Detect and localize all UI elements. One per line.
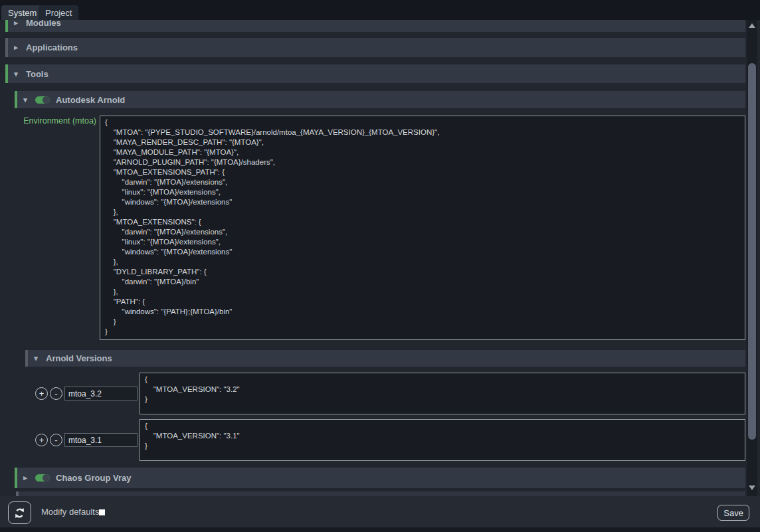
refresh-icon	[14, 507, 25, 519]
expand-arrow-icon: ▾	[32, 354, 40, 363]
environment-json-textarea[interactable]: { "MTOA": "{PYPE_STUDIO_SOFTWARE}/arnold…	[100, 116, 745, 340]
settings-window: System Project ▸ Modules ▸ Applications …	[0, 0, 760, 532]
expand-arrow-icon: ▾	[21, 96, 29, 104]
settings-scroll-area: ▸ Modules ▸ Applications ▾ Tools ▾ Autod…	[0, 20, 760, 496]
scrollbar-down-arrow-icon[interactable]	[749, 486, 755, 490]
collapse-arrow-icon: ▸	[12, 43, 20, 52]
section-header-applications[interactable]: ▸ Applications	[5, 38, 745, 57]
scrollbar-up-arrow-icon[interactable]	[749, 23, 755, 28]
section-title: Applications	[26, 43, 78, 52]
section-title: Chaos Group Vray	[56, 473, 131, 483]
toggle-knob	[43, 96, 50, 104]
remove-version-button[interactable]: -	[50, 434, 62, 446]
section-header-autodesk-arnold[interactable]: ▾ Autodesk Arnold	[15, 91, 745, 108]
add-version-button[interactable]: +	[35, 434, 48, 446]
version-row: + - { "MTOA_VERSION": "3.2" }	[25, 373, 745, 414]
collapse-arrow-icon: ▸	[12, 20, 20, 27]
tab-project[interactable]: Project	[39, 5, 78, 20]
settings-content: ▸ Modules ▸ Applications ▾ Tools ▾ Autod…	[5, 20, 745, 496]
version-key-input[interactable]	[64, 387, 138, 400]
version-json-textarea[interactable]: { "MTOA_VERSION": "3.2" }	[140, 373, 745, 414]
enabled-toggle[interactable]	[35, 474, 50, 482]
section-header-modules[interactable]: ▸ Modules	[5, 20, 745, 32]
version-json-textarea[interactable]: { "MTOA_VERSION": "3.1" }	[140, 419, 745, 461]
section-header-chaos-group-vray[interactable]: ▸ Chaos Group Vray	[15, 468, 745, 488]
expand-arrow-icon: ▾	[12, 70, 20, 78]
tab-system[interactable]: System	[1, 5, 43, 20]
clipped-next-section	[16, 491, 745, 496]
tab-bar: System Project	[0, 0, 760, 20]
vertical-scrollbar[interactable]	[747, 20, 757, 496]
save-button[interactable]: Save	[717, 505, 749, 521]
section-title: Tools	[26, 69, 48, 79]
version-row: + - { "MTOA_VERSION": "3.1" }	[25, 419, 745, 461]
toggle-knob	[43, 474, 50, 482]
collapse-arrow-icon: ▸	[21, 474, 29, 482]
modify-defaults-checkbox[interactable]	[99, 509, 105, 515]
section-header-tools[interactable]: ▾ Tools	[5, 64, 745, 83]
section-header-arnold-versions[interactable]: ▾ Arnold Versions	[25, 350, 745, 367]
scrollbar-thumb[interactable]	[748, 63, 756, 440]
section-title: Arnold Versions	[46, 353, 112, 363]
enabled-toggle[interactable]	[35, 96, 50, 104]
remove-version-button[interactable]: -	[50, 387, 62, 400]
modify-defaults-label: Modify defaults	[41, 507, 99, 517]
add-version-button[interactable]: +	[35, 387, 48, 400]
version-key-input[interactable]	[64, 433, 138, 447]
environment-label: Environment (mtoa)	[5, 116, 96, 126]
refresh-button[interactable]	[8, 501, 31, 524]
section-title: Modules	[26, 20, 61, 28]
footer-bar: Modify defaults Save	[0, 496, 760, 532]
section-title: Autodesk Arnold	[56, 95, 125, 105]
